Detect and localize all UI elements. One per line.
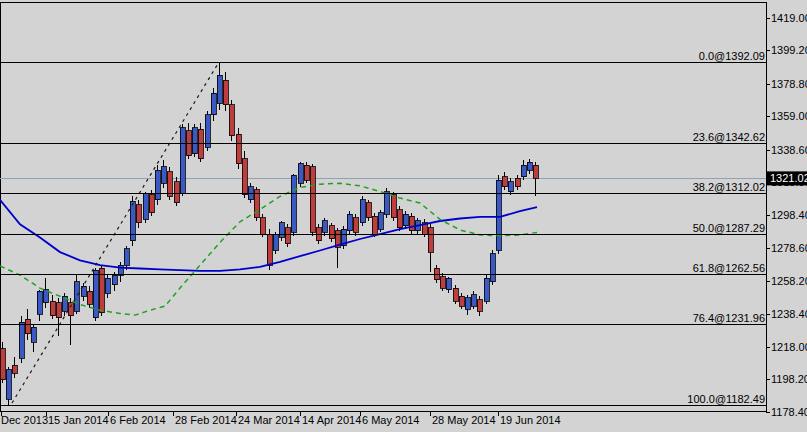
time-tick-label: 28 May 2014: [432, 414, 496, 426]
candle-body: [471, 295, 476, 306]
candle-body: [347, 214, 352, 230]
candle-up: [378, 210, 383, 233]
price-tick-label: 1298.40: [771, 209, 807, 221]
candle-body: [99, 268, 104, 312]
candle-down: [453, 285, 458, 305]
candle-body: [310, 167, 315, 232]
price-tick-label: 1178.40: [771, 406, 807, 418]
candle-up: [291, 174, 296, 236]
candle-up: [19, 316, 24, 363]
candle-body: [180, 128, 185, 193]
candle-down: [329, 223, 334, 243]
candle-up: [143, 192, 148, 223]
candle-body: [68, 303, 73, 316]
candle-body: [198, 129, 203, 158]
price-tick-label: 1399.20: [771, 44, 807, 56]
candle-body: [484, 278, 489, 301]
candle-body: [397, 210, 402, 228]
candle-body: [527, 162, 532, 170]
candle-body: [6, 370, 11, 399]
candle-body: [136, 205, 141, 223]
fib-label: 76.4@1231.96: [693, 312, 765, 324]
candle-body: [298, 164, 303, 184]
candle-body: [304, 165, 309, 180]
candle-up: [360, 196, 365, 225]
candle-body: [515, 178, 520, 186]
candle-body: [124, 249, 129, 265]
candle-body: [446, 278, 451, 289]
candle-body: [161, 167, 166, 183]
candle-body: [508, 182, 513, 192]
time-tick-label: 28 Feb 2014: [175, 414, 237, 426]
fib-label: 38.2@1312.02: [693, 181, 765, 193]
candle-body: [366, 203, 371, 218]
candle-body: [260, 218, 265, 234]
candle-body: [391, 195, 396, 218]
fib-label: 0.0@1392.09: [699, 50, 765, 62]
fib-label: 50.0@1287.29: [693, 222, 765, 234]
candle-up: [273, 232, 278, 253]
candle-body: [453, 288, 458, 301]
time-axis[interactable]: Dec 201315 Jan 20146 Feb 201428 Feb 2014…: [1, 412, 561, 427]
price-tick-label: 1378.80: [771, 78, 807, 90]
candle-body: [174, 182, 179, 203]
candle-body: [502, 177, 507, 187]
candle-body: [12, 365, 17, 373]
candle-down: [167, 167, 172, 200]
trading-chart-window[interactable]: 0.0@1392.0923.6@1342.6238.2@1312.0250.0@…: [0, 0, 807, 432]
candle-up: [180, 124, 185, 196]
candle-body: [285, 228, 290, 244]
current-price-box: 1321.02: [767, 171, 807, 185]
candle-body: [329, 226, 334, 239]
candle-body: [223, 80, 228, 105]
candle-up: [279, 221, 284, 241]
fib-label: 100.0@1182.49: [687, 393, 765, 405]
candle-up: [341, 226, 346, 249]
candle-body: [143, 193, 148, 219]
time-tick-label: 6 May 2014: [362, 414, 419, 426]
candle-body: [87, 291, 92, 304]
candle-body: [440, 277, 445, 288]
candle-up: [298, 162, 303, 187]
candle-up: [484, 275, 489, 304]
candle-body: [192, 128, 197, 154]
candle-down: [397, 206, 402, 231]
candle-up: [347, 211, 352, 234]
candle-body: [353, 218, 358, 233]
candle-body: [465, 298, 470, 309]
candle-body: [477, 300, 482, 311]
candle-body: [56, 303, 61, 318]
candle-body: [459, 296, 464, 306]
candle-body: [273, 234, 278, 250]
candle-body: [428, 228, 433, 253]
candle-up: [205, 111, 210, 150]
candle-body: [50, 301, 55, 316]
candle-body: [0, 349, 5, 380]
time-tick-label: Dec 2013: [1, 414, 48, 426]
price-chart-canvas[interactable]: 0.0@1392.0923.6@1342.6238.2@1312.0250.0@…: [0, 0, 807, 432]
candle-body: [372, 216, 377, 234]
candle-down: [304, 162, 309, 183]
candle-body: [267, 234, 272, 265]
candle-body: [229, 105, 234, 136]
time-tick-label: 19 Jun 2014: [500, 414, 561, 426]
candle-down: [372, 213, 377, 238]
candle-up: [192, 124, 197, 157]
candle-body: [242, 159, 247, 195]
price-tick-label: 1198.20: [771, 373, 807, 385]
candle-body: [31, 327, 36, 342]
candle-down: [353, 214, 358, 235]
candle-body: [533, 165, 538, 178]
candle-up: [155, 165, 160, 204]
candle-body: [384, 192, 389, 215]
candle-body: [43, 290, 48, 303]
fib-label: 23.6@1342.62: [693, 131, 765, 143]
candle-body: [149, 195, 154, 213]
candle-up: [490, 250, 495, 284]
candle-up: [496, 175, 501, 254]
candle-body: [378, 213, 383, 229]
price-tick-label: 1238.40: [771, 308, 807, 320]
candle-body: [490, 254, 495, 282]
current-price-value: 1321.02: [770, 172, 807, 184]
price-tick-label: 1278.60: [771, 242, 807, 254]
